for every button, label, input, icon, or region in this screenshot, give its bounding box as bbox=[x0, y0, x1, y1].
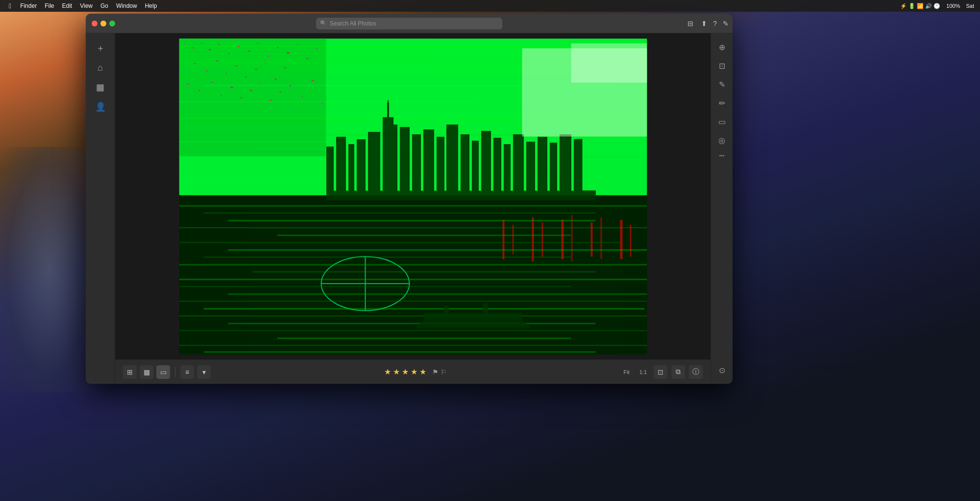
flag-button[interactable]: ⚑ bbox=[432, 368, 439, 376]
svg-rect-10 bbox=[179, 101, 473, 102]
filter-button[interactable]: ⊟ bbox=[687, 20, 693, 27]
unflag-button[interactable]: ⚐ bbox=[441, 368, 447, 376]
star-2[interactable]: ★ bbox=[393, 367, 400, 376]
svg-rect-67 bbox=[387, 100, 388, 103]
svg-rect-132 bbox=[179, 330, 647, 331]
zoom-button[interactable]: ⊡ bbox=[654, 365, 667, 379]
retouch-button[interactable]: ✎ bbox=[714, 76, 730, 92]
svg-rect-115 bbox=[179, 205, 647, 206]
apple-menu[interactable]:  bbox=[4, 2, 16, 10]
svg-rect-28 bbox=[247, 50, 250, 51]
single-view-button[interactable]: ▭ bbox=[156, 365, 170, 379]
one-to-one-view-button[interactable]: 1:1 bbox=[637, 368, 650, 376]
star-4[interactable]: ★ bbox=[411, 367, 417, 376]
svg-rect-42 bbox=[255, 69, 257, 70]
info-icon: ⓘ bbox=[692, 368, 699, 376]
svg-rect-55 bbox=[279, 91, 281, 92]
single-icon: ▭ bbox=[160, 368, 167, 376]
tag-icon: ⊙ bbox=[719, 366, 725, 375]
menubar-file[interactable]: File bbox=[41, 2, 58, 9]
tag-button[interactable]: ⊙ bbox=[714, 362, 730, 378]
toolbar-zoom-controls: Fit 1:1 ⊡ ⧉ ⓘ bbox=[620, 365, 703, 379]
sort-button[interactable]: ≡ bbox=[180, 365, 194, 379]
photo-display bbox=[115, 33, 710, 359]
retouch-icon: ✎ bbox=[719, 80, 725, 89]
svg-rect-118 bbox=[179, 227, 647, 228]
extensions-icon: ▭ bbox=[718, 117, 726, 126]
titlebar: 🔍 Search All Photos ⊟ ⬆ ? ✎ bbox=[86, 14, 733, 33]
svg-rect-85 bbox=[326, 190, 595, 200]
svg-rect-91 bbox=[571, 215, 572, 261]
svg-rect-70 bbox=[412, 134, 420, 190]
svg-rect-46 bbox=[186, 83, 189, 84]
svg-rect-139 bbox=[483, 303, 488, 313]
svg-rect-123 bbox=[179, 264, 647, 265]
compare-button[interactable]: ⧉ bbox=[671, 365, 685, 379]
svg-rect-49 bbox=[220, 95, 221, 96]
extensions-button[interactable]: ▭ bbox=[714, 114, 730, 129]
draw-button[interactable]: ✏ bbox=[714, 95, 730, 111]
svg-rect-82 bbox=[549, 142, 557, 190]
menubar-help[interactable]: Help bbox=[141, 2, 161, 9]
chevron-down-icon: ▾ bbox=[202, 368, 206, 376]
star-1[interactable]: ★ bbox=[384, 367, 391, 376]
right-panel: ⊕ ⊡ ✎ ✏ ▭ ◎ ••• ⊙ bbox=[710, 33, 733, 384]
compare-icon: ⧉ bbox=[676, 368, 681, 376]
desktop-clouds bbox=[0, 147, 98, 392]
location-button[interactable]: ◎ bbox=[714, 132, 730, 148]
sidebar-home-item[interactable]: ⌂ bbox=[92, 59, 109, 76]
crop-button[interactable]: ⊡ bbox=[714, 58, 730, 74]
svg-rect-52 bbox=[250, 90, 252, 91]
svg-rect-51 bbox=[240, 97, 242, 98]
grid-medium-view-button[interactable]: ▦ bbox=[140, 365, 153, 379]
sidebar-people-item[interactable]: 👤 bbox=[92, 98, 109, 116]
sort-dropdown-button[interactable]: ▾ bbox=[197, 365, 211, 379]
info-button[interactable]: ⓘ bbox=[689, 365, 703, 379]
svg-rect-69 bbox=[399, 126, 409, 190]
svg-rect-22 bbox=[191, 47, 193, 48]
search-bar[interactable]: 🔍 Search All Photos bbox=[316, 18, 502, 29]
adjustments-button[interactable]: ⊕ bbox=[714, 39, 730, 55]
share-icon[interactable]: ⬆ bbox=[701, 20, 707, 27]
svg-rect-37 bbox=[206, 70, 207, 71]
svg-rect-127 bbox=[228, 293, 647, 295]
minimize-button[interactable] bbox=[100, 21, 106, 26]
sidebar-library-item[interactable]: ▦ bbox=[92, 78, 109, 96]
menubar-window[interactable]: Window bbox=[112, 2, 141, 9]
svg-rect-84 bbox=[573, 139, 582, 190]
grid-small-view-button[interactable]: ⊞ bbox=[123, 365, 137, 379]
svg-rect-68 bbox=[390, 124, 397, 190]
svg-rect-15 bbox=[179, 141, 522, 142]
menubar-edit[interactable]: Edit bbox=[58, 2, 76, 9]
menubar-finder[interactable]: Finder bbox=[16, 2, 41, 9]
svg-rect-50 bbox=[230, 86, 233, 88]
menubar-go[interactable]: Go bbox=[97, 2, 112, 9]
svg-rect-78 bbox=[503, 144, 510, 190]
sort-icon: ≡ bbox=[185, 368, 189, 376]
svg-rect-66 bbox=[387, 102, 389, 117]
edit-icon[interactable]: ✎ bbox=[723, 20, 729, 27]
svg-rect-98 bbox=[179, 42, 647, 43]
star-3[interactable]: ★ bbox=[402, 367, 409, 376]
zoom-icon: ⊡ bbox=[658, 368, 663, 376]
svg-rect-74 bbox=[460, 134, 469, 190]
library-icon: ▦ bbox=[96, 82, 104, 93]
svg-rect-90 bbox=[561, 220, 564, 259]
svg-rect-119 bbox=[277, 234, 571, 236]
svg-rect-58 bbox=[311, 80, 314, 81]
location-icon: ◎ bbox=[718, 136, 725, 145]
star-5[interactable]: ★ bbox=[419, 367, 426, 376]
maximize-button[interactable] bbox=[109, 21, 115, 26]
toolbar-divider bbox=[175, 367, 175, 377]
svg-rect-59 bbox=[321, 102, 322, 103]
menubar-view[interactable]: View bbox=[76, 2, 97, 9]
svg-rect-122 bbox=[203, 256, 571, 257]
svg-rect-57 bbox=[301, 96, 302, 97]
close-button[interactable] bbox=[92, 21, 98, 26]
help-icon[interactable]: ? bbox=[713, 20, 717, 27]
adjustments-icon: ⊕ bbox=[719, 43, 725, 52]
search-placeholder: Search All Photos bbox=[330, 20, 376, 27]
sidebar-add-button[interactable]: ＋ bbox=[92, 39, 109, 57]
fit-view-button[interactable]: Fit bbox=[620, 368, 632, 376]
sidebar: ＋ ⌂ ▦ 👤 bbox=[86, 33, 115, 384]
